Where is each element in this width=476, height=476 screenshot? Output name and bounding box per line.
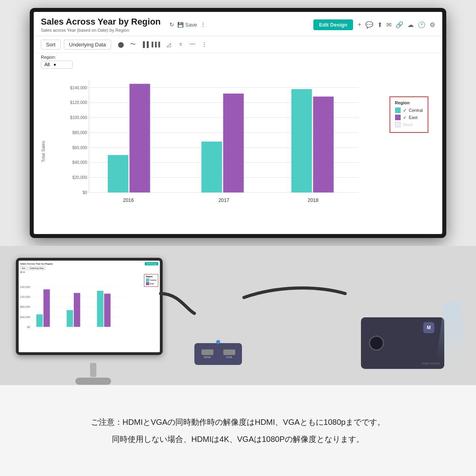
pie-chart-icon[interactable]: ⬤: [116, 39, 126, 50]
svg-text:$40,000: $40,000: [20, 315, 30, 319]
more-charts-icon[interactable]: ⋮: [199, 39, 209, 50]
warning-line-1: ご注意：HDMIとVGAの同時動作時の解像度はHDMI、VGAともに1080pま…: [91, 417, 385, 428]
mini-sort-btn: Sort: [20, 266, 27, 270]
svg-text:$140,000: $140,000: [20, 285, 30, 289]
monitor-stand: [75, 363, 111, 385]
bar-2017-east: [223, 94, 244, 192]
clock-icon[interactable]: 🕐: [418, 21, 426, 29]
bar-2016-central: [108, 155, 129, 192]
share-icon[interactable]: ⬆: [377, 21, 382, 29]
mini-legend: Region Central East: [144, 274, 158, 287]
cloud-icon[interactable]: ☁: [407, 21, 414, 29]
chart-svg: $0 $20,000 $40,000 $60,000 $80,000 $100,…: [58, 73, 383, 207]
projector-lens: [369, 336, 384, 351]
legend-color-east: [395, 115, 401, 120]
chart-type-icons: ⬤ 〜 ▐▐ ▌▌▌ ◿ ⠿ 〰 ⋮: [116, 39, 209, 50]
mail-icon[interactable]: ✉: [386, 21, 392, 29]
legend-title: Region: [395, 100, 423, 105]
mini-chart-svg: $0 $40,000 $80,000 $120,000 $140,000: [20, 274, 127, 330]
middle-section: Sales Across Year by Region Edit Design …: [0, 246, 476, 385]
svg-text:2018: 2018: [100, 329, 107, 330]
hub-connector-dot: [216, 340, 220, 344]
region-select[interactable]: All ▼: [41, 61, 73, 69]
chart-legend: Region ✓ Central ✓ East: [390, 96, 428, 133]
stand-neck: [90, 363, 96, 377]
vga-label: VGA: [223, 356, 235, 359]
dashboard-header: Sales Across Year by Region Sales across…: [34, 12, 442, 36]
svg-text:$80,000: $80,000: [72, 131, 87, 135]
mini-toolbar: Sort Underlying Data: [20, 266, 158, 270]
projector-body: M HDMI VGA DC: [361, 317, 444, 369]
legend-color-west: [395, 122, 401, 127]
bar-2018-central: [291, 89, 312, 193]
y-axis-label: Total Sales: [41, 141, 46, 162]
legend-color-central: [395, 107, 401, 113]
bottom-section: ご注意：HDMIとVGAの同時動作時の解像度はHDMI、VGAともに1080pま…: [0, 385, 476, 476]
bar-chart-icon[interactable]: ▐▐: [140, 39, 150, 50]
tv-frame: Sales Across Year by Region Sales across…: [30, 8, 446, 238]
bar-2016-east: [129, 84, 150, 192]
plus-icon[interactable]: +: [358, 21, 361, 28]
action-icons: + 💬 ⬆ ✉ 🔗 ☁ 🕐 ⚙: [358, 21, 435, 29]
hub-body: HDMI VGA: [194, 343, 242, 365]
svg-text:$40,000: $40,000: [72, 160, 87, 165]
refresh-icon[interactable]: ↻: [169, 21, 174, 28]
small-monitor-assembly: Sales Across Year by Region Edit Design …: [8, 258, 178, 385]
grouped-bar-icon[interactable]: ▌▌▌: [152, 39, 162, 50]
dashboard-subtitle: Sales across Year (based on Date) by Reg…: [41, 28, 161, 33]
mini-dash-header: Sales Across Year by Region Edit Design: [20, 262, 158, 265]
svg-rect-32: [67, 310, 73, 327]
svg-text:2018: 2018: [308, 198, 319, 203]
hub-hdmi-port: HDMI: [202, 349, 213, 359]
chart-area: Total Sales $0: [34, 69, 442, 234]
header-icons: ↻ 💾 Save ⋮: [169, 21, 206, 28]
custom-chart-icon[interactable]: 〰: [187, 39, 198, 50]
settings-icon[interactable]: ⚙: [430, 21, 435, 29]
svg-text:$0: $0: [83, 190, 87, 195]
svg-text:$60,000: $60,000: [72, 146, 87, 150]
svg-text:$20,000: $20,000: [72, 175, 87, 180]
top-section: Sales Across Year by Region Sales across…: [0, 0, 476, 246]
svg-text:2017: 2017: [219, 198, 229, 203]
hdmi-port-rect: [202, 349, 213, 355]
hdmi-label: HDMI: [202, 356, 213, 359]
chart-container: Total Sales $0: [38, 73, 434, 230]
svg-text:$140,000: $140,000: [70, 86, 87, 90]
cable-hub-to-projector: [244, 288, 345, 298]
header-left: Sales Across Year by Region Sales across…: [41, 17, 206, 33]
svg-text:2016: 2016: [40, 329, 46, 330]
legend-item-west[interactable]: West: [395, 122, 423, 127]
filter-section: Region: All ▼: [34, 53, 442, 69]
projector-device: M HDMI VGA DC: [361, 317, 444, 369]
svg-text:$120,000: $120,000: [20, 295, 30, 299]
sort-button[interactable]: Sort: [41, 40, 61, 50]
svg-rect-35: [104, 294, 111, 327]
underlying-data-button[interactable]: Underlying Data: [64, 40, 111, 50]
dashboard-title: Sales Across Year by Region: [41, 17, 161, 27]
filter-label: Region:: [41, 55, 435, 60]
mini-underlying-btn: Underlying Data: [28, 266, 45, 270]
small-monitor-screen: Sales Across Year by Region Edit Design …: [19, 261, 160, 352]
svg-rect-33: [74, 293, 80, 327]
title-area: Sales Across Year by Region Sales across…: [41, 17, 161, 33]
legend-item-east[interactable]: ✓ East: [395, 115, 423, 120]
more-options-icon[interactable]: ⋮: [200, 21, 206, 28]
comment-icon[interactable]: 💬: [365, 21, 373, 29]
stand-base: [75, 378, 111, 385]
scatter-icon[interactable]: ⠿: [175, 39, 186, 50]
mini-chart-area: $0 $40,000 $80,000 $120,000 $140,000: [20, 274, 158, 330]
chart-toolbar: Sort Underlying Data ⬤ 〜 ▐▐ ▌▌▌ ◿ ⠿ 〰 ⋮: [34, 36, 442, 53]
header-right: Edit Design + 💬 ⬆ ✉ 🔗 ☁ 🕐 ⚙: [313, 19, 435, 30]
mini-dashboard: Sales Across Year by Region Edit Design …: [19, 261, 160, 331]
area-chart-icon[interactable]: ◿: [163, 39, 174, 50]
small-monitor-frame: Sales Across Year by Region Edit Design …: [16, 258, 163, 355]
legend-item-central[interactable]: ✓ Central: [395, 107, 423, 113]
projector-button[interactable]: M: [423, 322, 434, 333]
network-icon[interactable]: 🔗: [395, 21, 403, 29]
hub-vga-port: VGA: [223, 349, 235, 359]
mini-filter: All ▼: [20, 271, 158, 273]
svg-text:$100,000: $100,000: [70, 115, 87, 120]
line-chart-icon[interactable]: 〜: [128, 39, 138, 50]
edit-design-button[interactable]: Edit Design: [313, 19, 353, 30]
save-button[interactable]: 💾 Save: [177, 22, 197, 28]
